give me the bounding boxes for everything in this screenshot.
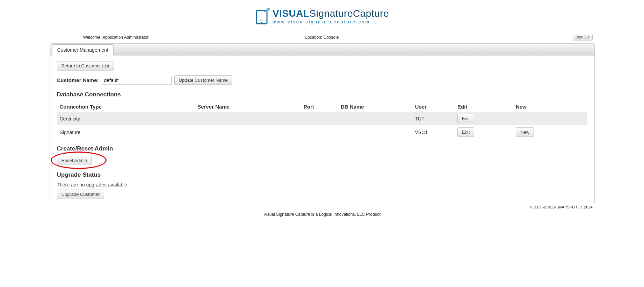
table-cell: Signature: [57, 125, 195, 139]
table-row: CentricityTUTEdit: [57, 112, 587, 125]
upgrade-customer-button[interactable]: Upgrade Customer: [57, 190, 104, 199]
table-cell: [195, 125, 301, 139]
edit-button[interactable]: Edit: [457, 114, 474, 123]
table-cell: [301, 125, 338, 139]
main-panel: Customer Management Return to Customer L…: [50, 43, 595, 204]
connections-table: Connection Type Server Name Port DB Name…: [57, 102, 587, 139]
th-connection-type: Connection Type: [57, 102, 195, 112]
logo-text-rest: SignatureCapture: [310, 8, 389, 19]
table-row: SignatureVSC1EditNew: [57, 125, 587, 139]
svg-point-1: [261, 22, 262, 23]
tabstrip: Customer Management: [50, 44, 594, 56]
welcome-text: Welcome: Application Administrator: [83, 35, 149, 40]
table-cell: [195, 112, 301, 125]
table-cell-new: [513, 112, 587, 125]
table-cell: VSC1: [412, 125, 455, 139]
reset-admin-button[interactable]: Reset Admin: [57, 156, 92, 165]
table-cell: [301, 112, 338, 125]
table-cell-edit: Edit: [455, 125, 513, 139]
th-port: Port: [301, 102, 338, 112]
logo-subtext: www.visualsignaturecapture.com: [273, 20, 389, 24]
table-cell-new: New: [513, 125, 587, 139]
table-cell-edit: Edit: [455, 112, 513, 125]
tablet-feather-icon: [255, 7, 270, 25]
edit-button[interactable]: Edit: [457, 127, 474, 137]
th-new: New: [513, 102, 587, 112]
location-text: Location: Console: [305, 35, 339, 40]
th-edit: Edit: [455, 102, 513, 112]
th-db-name: DB Name: [338, 102, 412, 112]
logo-area: VISUALSignatureCapture www.visualsignatu…: [50, 3, 595, 32]
tab-customer-management[interactable]: Customer Management: [52, 44, 114, 56]
customer-name-label: Customer Name:: [57, 77, 99, 83]
table-cell: [338, 112, 412, 125]
database-connections-heading: Database Connections: [57, 91, 587, 98]
update-customer-name-button[interactable]: Update Customer Name: [174, 75, 232, 85]
table-cell: [338, 125, 412, 139]
footer-text: Visual Signature Capture is a Logical In…: [50, 209, 595, 224]
create-reset-admin-heading: Create/Reset Admin: [57, 145, 587, 152]
upgrade-status-heading: Upgrade Status: [57, 171, 587, 178]
customer-name-input[interactable]: [102, 76, 172, 85]
svg-rect-0: [256, 10, 267, 24]
sign-out-button[interactable]: Sign Out: [573, 34, 593, 41]
return-to-customer-list-button[interactable]: Return to Customer List: [57, 61, 114, 71]
logo-text-bold: VISUAL: [273, 8, 310, 19]
th-server-name: Server Name: [195, 102, 301, 112]
table-cell: TUT: [412, 112, 455, 125]
table-cell: Centricity: [57, 112, 195, 125]
upgrade-status-message: There are no upgrades available.: [57, 182, 587, 187]
version-text: v. 3.0.0-BUILD-SNAPSHOT \ r. 2624: [50, 204, 595, 209]
new-button[interactable]: New: [516, 127, 534, 137]
th-user: User: [412, 102, 455, 112]
